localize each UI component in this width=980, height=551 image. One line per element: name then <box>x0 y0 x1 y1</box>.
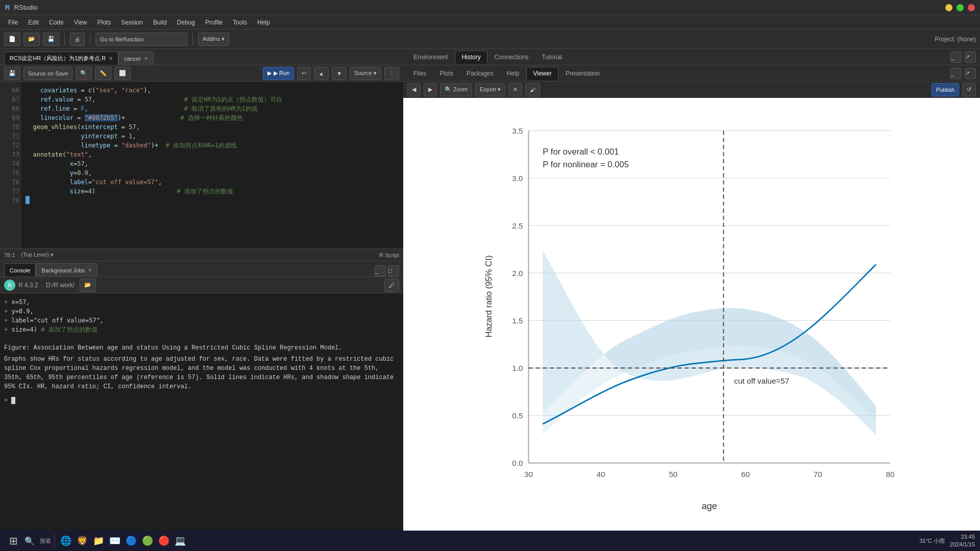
minimize-console-btn[interactable]: _ <box>375 265 386 277</box>
r-status-indicator: R <box>4 280 15 291</box>
console-area[interactable]: + x=57, + y=0.9, + label="cut off value=… <box>0 293 403 531</box>
more-options-button[interactable]: ⋮ <box>384 67 399 80</box>
fullscreen-right-top-btn[interactable]: ↗ <box>965 52 976 63</box>
menu-tools[interactable]: Tools <box>229 17 251 28</box>
taskbar-app7[interactable]: 💻 <box>172 533 188 549</box>
presentation-tab[interactable]: Presentation <box>559 67 606 80</box>
fullscreen-right-bottom-btn[interactable]: ↗ <box>965 68 976 79</box>
menu-build[interactable]: Build <box>149 17 171 28</box>
prev-button[interactable]: ▲ <box>314 67 329 80</box>
back-button[interactable]: ◀ <box>407 83 421 96</box>
x-tick-60: 60 <box>741 470 750 479</box>
clear-console-btn[interactable]: 🖊 <box>384 279 399 292</box>
x-axis-label: age <box>702 501 717 511</box>
maximize-console-btn[interactable]: □ <box>388 265 399 277</box>
console-toolbar: R R 4.3.2 · D:/R work/ 📂 🖊 <box>0 277 403 293</box>
plots-tab[interactable]: Plots <box>433 67 459 80</box>
y-axis-label: Hazard ratio (95% CI) <box>484 256 494 338</box>
date-label: 2024/1/15 <box>950 541 975 548</box>
line-numbers: 66 67 68 69 70 71 72 73 74 75 76 77 78 <box>0 82 21 248</box>
main-content: RCS设定HR（风险比）为1的参考点.R ✕ cancer ✕ 💾 Source… <box>0 49 980 531</box>
search-code-button[interactable]: 🔍 <box>76 67 92 80</box>
right-panel: Environment History Connections Tutorial… <box>403 49 980 531</box>
p-overall: P for overall < 0.001 <box>543 147 619 157</box>
save-button[interactable]: 💾 <box>43 33 59 46</box>
goto-function-button[interactable]: Go to file/function <box>95 33 187 46</box>
tutorial-tab[interactable]: Tutorial <box>535 51 568 64</box>
menu-debug[interactable]: Debug <box>173 17 199 28</box>
history-tab[interactable]: History <box>455 51 487 64</box>
menu-code[interactable]: Code <box>45 17 68 28</box>
zoom-button[interactable]: 🔍 Zoom <box>440 83 472 96</box>
open-folder-console-btn[interactable]: 📂 <box>80 279 96 292</box>
help-tab[interactable]: Help <box>501 67 526 80</box>
windows-button[interactable]: ⊞ <box>5 533 21 549</box>
project-label: Project: (None) <box>935 36 976 43</box>
code-content[interactable]: covariates = c("sex", "race"), ref.value… <box>21 82 403 248</box>
export-button[interactable]: Export ▾ <box>475 83 505 96</box>
forward-button[interactable]: ▶ <box>424 83 437 96</box>
magic-wand-button[interactable]: ✏️ <box>95 67 111 80</box>
menu-edit[interactable]: Edit <box>24 17 43 28</box>
open-file-button[interactable]: 📂 <box>23 33 40 46</box>
menu-profile[interactable]: Profile <box>201 17 227 28</box>
close-bgjobs-tab[interactable]: ✕ <box>88 267 92 273</box>
background-jobs-tab[interactable]: Background Jobs ✕ <box>36 263 97 277</box>
taskbar-mail[interactable]: ✉️ <box>107 533 123 549</box>
square-button[interactable]: ⬜ <box>114 67 131 80</box>
tab-r-file[interactable]: RCS设定HR（风险比）为1的参考点.R ✕ <box>4 52 118 65</box>
minimize-button[interactable] <box>945 4 952 11</box>
addins-button[interactable]: Addins ▾ <box>198 33 229 46</box>
taskbar-app5[interactable]: 🟢 <box>139 533 156 549</box>
close-r-tab[interactable]: ✕ <box>109 56 113 61</box>
refresh-button[interactable]: ↺ <box>962 83 976 96</box>
minimize-right-bottom-btn[interactable]: _ <box>950 68 962 79</box>
search-button[interactable]: 🔍 <box>21 533 38 549</box>
source-button[interactable]: Source ▾ <box>350 67 381 80</box>
rerun-button[interactable]: ↩ <box>297 67 311 80</box>
minimize-right-top-btn[interactable]: _ <box>950 52 962 63</box>
run-button[interactable]: ▶ ▶ Run <box>263 67 294 80</box>
cutoff-label: cut off value=57 <box>734 377 789 385</box>
next-button[interactable]: ▼ <box>332 67 347 80</box>
source-on-save-button[interactable]: Source on Save <box>23 67 72 80</box>
figure-caption: Figure: Association Between age and stat… <box>4 343 399 353</box>
x-tick-40: 40 <box>597 470 605 479</box>
console-prompt-line: > <box>4 395 399 405</box>
close-button[interactable] <box>968 4 975 11</box>
menu-help[interactable]: Help <box>253 17 274 28</box>
viewer-tab[interactable]: Viewer <box>526 67 558 80</box>
taskbar-baidu[interactable]: 🦁 <box>74 533 90 549</box>
remove-plot-button[interactable]: ✕ <box>508 83 522 96</box>
console-tab[interactable]: Console <box>4 263 36 277</box>
brush-button[interactable]: 🖌 <box>525 83 540 96</box>
taskbar-browser2[interactable]: 🔵 <box>123 533 139 549</box>
menu-file[interactable]: File <box>4 17 22 28</box>
goto-function-label: Go to file/function <box>100 36 144 42</box>
taskbar-edge[interactable]: 🌐 <box>58 533 74 549</box>
maximize-button[interactable] <box>957 4 964 11</box>
x-tick-80: 80 <box>886 470 894 479</box>
y-tick-15: 1.5 <box>512 316 523 325</box>
environment-tab[interactable]: Environment <box>407 51 454 64</box>
main-toolbar: 📄 📂 💾 🖨 Go to file/function Addins ▾ Pro… <box>0 30 980 49</box>
files-tab[interactable]: Files <box>407 67 432 80</box>
packages-tab[interactable]: Packages <box>460 67 500 80</box>
new-file-button[interactable]: 📄 <box>4 33 20 46</box>
menu-view[interactable]: View <box>70 17 91 28</box>
app-icon: R <box>5 4 10 11</box>
close-cancer-tab[interactable]: ✕ <box>144 56 148 61</box>
connections-tab[interactable]: Connections <box>488 51 535 64</box>
code-toolbar: 💾 Source on Save 🔍 ✏️ ⬜ ▶ ▶ Run ↩ ▲ ▼ So… <box>0 65 403 82</box>
time-label: 23:45 <box>950 533 975 541</box>
menu-session[interactable]: Session <box>117 17 147 28</box>
taskbar-app6[interactable]: 🔴 <box>156 533 172 549</box>
taskbar-files[interactable]: 📁 <box>90 533 107 549</box>
save-code-button[interactable]: 💾 <box>4 67 20 80</box>
search-label: 搜索 <box>40 537 51 545</box>
tab-cancer[interactable]: cancer ✕ <box>118 52 154 65</box>
print-button[interactable]: 🖨 <box>70 33 85 46</box>
addins-label: Addins ▾ <box>203 36 225 42</box>
publish-button[interactable]: Publish <box>932 83 959 96</box>
menu-plots[interactable]: Plots <box>93 17 115 28</box>
